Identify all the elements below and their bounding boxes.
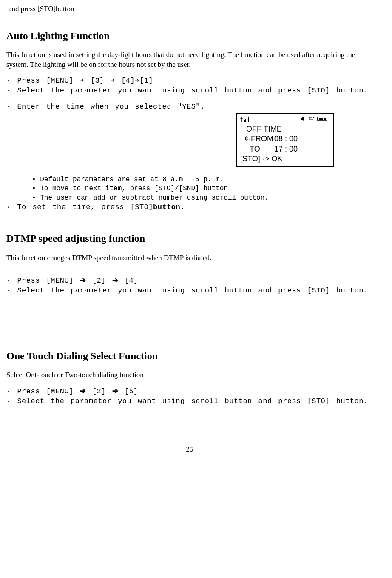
svg-rect-7 <box>301 118 302 120</box>
auto-note-3: • The user can add or subtract number us… <box>32 194 373 203</box>
arrow-icon: ➔ <box>80 276 86 284</box>
svg-rect-4 <box>245 119 246 122</box>
svg-rect-3 <box>244 120 245 122</box>
auto-lighting-intro: This function is used in setting the day… <box>6 50 373 70</box>
dtmp-step-1: · Press [MENU] ➔ [2] ➔ [4] <box>6 276 373 286</box>
dtmp-heading: DTMP speed adjusting function <box>6 232 373 245</box>
svg-rect-12 <box>321 118 323 120</box>
one-touch-intro: Select Ont-touch or Two-touch dialing fu… <box>6 370 373 380</box>
one-touch-step1-end: [5] <box>125 387 138 395</box>
page-number: 25 <box>6 445 373 455</box>
auto-step-4c: . <box>180 203 185 211</box>
arrow-icon: ➔ <box>112 276 119 284</box>
svg-rect-10 <box>317 118 318 120</box>
auto-note-1: • Default parameters are set at 8 a.m. ·… <box>32 175 373 185</box>
auto-step-3: · Enter the time when you selected "YES"… <box>6 102 373 112</box>
arrow-icon: ➔ <box>112 387 119 395</box>
svg-rect-6 <box>248 117 249 122</box>
one-touch-step1-mid: [2] <box>92 387 106 395</box>
svg-rect-5 <box>247 118 247 122</box>
screen-title: OFF TIME <box>246 124 330 134</box>
arrow-icon: ➔ <box>80 387 86 395</box>
auto-lighting-heading: Auto Lighting Function <box>6 29 373 43</box>
top-fragment: and press [STO]button <box>9 4 373 14</box>
auto-step-4: · To set the time, press [STO]button. <box>6 203 373 212</box>
signal-icon <box>240 117 252 123</box>
screen-from-label: ¢·FROM <box>244 134 274 144</box>
screen-to-val: 17 : 00 <box>274 144 298 154</box>
one-touch-heading: One Touch Dialing Select Function <box>6 349 373 363</box>
dtmp-intro: This function changes DTMP speed transmi… <box>6 253 373 263</box>
screen-from-val: 08 : 00 <box>274 134 298 144</box>
one-touch-step-2: · Select the parameter you want using sc… <box>6 397 373 406</box>
screen-ok-line: [STO] -> OK <box>240 154 330 164</box>
dtmp-step-2: · Select the parameter you want using sc… <box>6 286 373 296</box>
auto-note-2: • To move to next item, press [STO]/[SND… <box>32 184 373 194</box>
dtmp-step1-mid: [2] <box>92 277 106 285</box>
auto-step-2: · Select the parameter you want using sc… <box>6 86 373 96</box>
one-touch-step1a: · Press [MENU] <box>6 387 74 395</box>
auto-step-1: · Press [MENU] ➔ [3] ➔ [4]➔[1] <box>6 76 373 86</box>
svg-rect-11 <box>319 118 321 120</box>
status-icons <box>300 116 330 124</box>
one-touch-step-1: · Press [MENU] ➔ [2] ➔ [5] <box>6 386 373 397</box>
dtmp-step1a: · Press [MENU] <box>6 277 74 285</box>
screen-to-label: TO <box>250 144 274 154</box>
dtmp-step1-end: [4] <box>125 277 138 285</box>
svg-marker-8 <box>302 117 304 121</box>
auto-step-4a: · To set the time, press [STO <box>6 203 148 211</box>
auto-step-4b: ]button <box>148 203 180 211</box>
svg-rect-13 <box>324 118 326 120</box>
device-screen: OFF TIME ¢·FROM 08 : 00 TO 17 : 00 [STO]… <box>236 113 334 167</box>
